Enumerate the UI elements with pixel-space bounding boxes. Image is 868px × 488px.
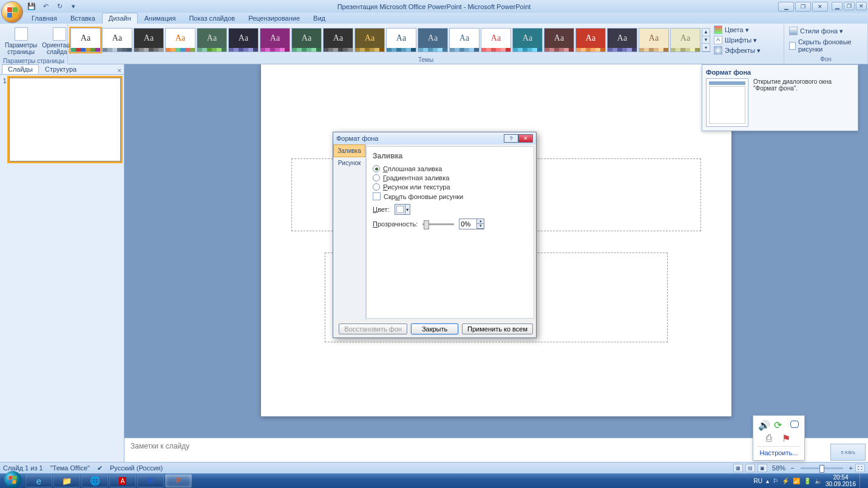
taskbar-adobe[interactable]: A bbox=[109, 474, 136, 487]
tray-network-icon[interactable]: 📶 bbox=[793, 478, 800, 484]
fill-color-button[interactable]: ▼ bbox=[395, 204, 410, 215]
tray-speaker-icon[interactable]: 🔈 bbox=[815, 478, 822, 484]
tray-power-icon[interactable]: ⚡ bbox=[782, 478, 789, 484]
tray-sync-icon[interactable]: ⟳ bbox=[774, 419, 784, 429]
taskbar-chrome[interactable]: 🌐 bbox=[81, 474, 108, 487]
tray-printer-icon[interactable]: ⎙ bbox=[766, 433, 776, 442]
close-button[interactable]: Закрыть bbox=[411, 324, 458, 334]
tray-battery-icon[interactable]: 🔋 bbox=[804, 478, 811, 484]
tab-design[interactable]: Дизайн bbox=[102, 13, 138, 24]
tray-lang[interactable]: RU bbox=[753, 478, 762, 484]
zoom-slider[interactable] bbox=[801, 467, 843, 469]
thumbnail-1[interactable]: 1 bbox=[3, 78, 121, 161]
tab-home[interactable]: Главная bbox=[25, 13, 64, 24]
dialog-cat-fill[interactable]: Заливка bbox=[333, 144, 365, 157]
redo-icon[interactable]: ↻ bbox=[55, 2, 64, 12]
theme-effects-button[interactable]: Эффекты ▾ bbox=[713, 46, 762, 55]
spellcheck-icon[interactable]: ✔ bbox=[97, 464, 103, 472]
theme-thumb-2[interactable]: Aa bbox=[102, 28, 132, 52]
restore-background-button[interactable]: Восстановить фон bbox=[339, 324, 407, 334]
theme-thumb-10[interactable]: Aa bbox=[354, 28, 385, 52]
transparency-slider[interactable] bbox=[422, 223, 454, 225]
tray-customize-link[interactable]: Настроить... bbox=[757, 446, 801, 456]
pane-close-icon[interactable]: × bbox=[118, 67, 121, 74]
background-styles-button[interactable]: Стили фона ▾ bbox=[788, 26, 844, 36]
spin-down-icon[interactable]: ▼ bbox=[477, 224, 484, 229]
save-icon[interactable]: 💾 bbox=[27, 2, 36, 12]
page-setup-button[interactable]: Параметры страницы bbox=[2, 25, 39, 56]
theme-thumb-12[interactable]: Aa bbox=[418, 28, 448, 52]
outer-close-button[interactable]: ✕ bbox=[856, 2, 867, 10]
undo-icon[interactable]: ↶ bbox=[41, 2, 50, 12]
tab-view[interactable]: Вид bbox=[307, 13, 332, 24]
radio-picture-fill[interactable]: Рисунок или текстура bbox=[373, 183, 527, 191]
theme-fonts-button[interactable]: AШрифты ▾ bbox=[713, 35, 762, 45]
start-button[interactable] bbox=[0, 473, 25, 488]
theme-thumb-13[interactable]: Aa bbox=[449, 28, 480, 52]
status-language[interactable]: Русский (Россия) bbox=[110, 464, 163, 472]
tray-shield-icon[interactable]: ⚑ bbox=[782, 433, 792, 442]
view-normal-button[interactable]: ▦ bbox=[733, 464, 743, 472]
app-close-button[interactable]: ✕ bbox=[812, 2, 828, 12]
outer-restore-button[interactable]: ❐ bbox=[844, 2, 855, 10]
tray-display-icon[interactable]: 🖵 bbox=[790, 419, 799, 429]
view-sorter-button[interactable]: ▤ bbox=[745, 464, 755, 472]
taskbar-word[interactable]: W bbox=[137, 474, 164, 487]
dialog-close-x-button[interactable]: ✕ bbox=[518, 134, 533, 143]
tray-volume-icon[interactable]: 🔊 bbox=[758, 419, 768, 429]
pane-tab-outline[interactable]: Структура bbox=[39, 64, 83, 74]
theme-thumb-11[interactable]: Aa bbox=[386, 28, 416, 52]
theme-thumb-1[interactable]: Aa bbox=[70, 28, 101, 52]
tray-overflow-icon[interactable]: ▴ bbox=[766, 478, 769, 484]
show-desktop-button[interactable] bbox=[860, 474, 864, 487]
taskbar-explorer[interactable]: 📁 bbox=[53, 474, 80, 487]
window-title: Презентация Microsoft Office PowerPoint … bbox=[337, 3, 531, 10]
theme-thumb-9[interactable]: Aa bbox=[323, 28, 353, 52]
apply-to-all-button[interactable]: Применить ко всем bbox=[462, 324, 533, 334]
theme-colors-button[interactable]: Цвета ▾ bbox=[713, 25, 762, 35]
zoom-percent[interactable]: 58% bbox=[772, 464, 785, 472]
view-slideshow-button[interactable]: ▣ bbox=[758, 464, 767, 472]
theme-thumb-7[interactable]: Aa bbox=[260, 28, 290, 52]
taskbar-ie[interactable]: e bbox=[25, 474, 52, 487]
theme-thumb-14[interactable]: Aa bbox=[481, 28, 511, 52]
theme-thumb-6[interactable]: Aa bbox=[228, 28, 259, 52]
radio-solid-fill[interactable]: Сплошная заливка bbox=[373, 165, 527, 172]
theme-thumb-5[interactable]: Aa bbox=[197, 28, 227, 52]
dialog-cat-picture[interactable]: Рисунок bbox=[333, 157, 365, 169]
outer-minimize-button[interactable]: ▁ bbox=[832, 2, 843, 10]
theme-thumb-20[interactable]: Aa bbox=[670, 28, 700, 52]
app-minimize-button[interactable]: ▁ bbox=[778, 2, 794, 12]
theme-thumb-16[interactable]: Aa bbox=[544, 28, 574, 52]
theme-thumb-15[interactable]: Aa bbox=[512, 28, 543, 52]
dialog-help-button[interactable]: ? bbox=[504, 134, 518, 143]
checkbox-hide-bg[interactable]: Скрыть фоновые рисунки bbox=[373, 192, 527, 200]
radio-gradient-fill[interactable]: Градиентная заливка bbox=[373, 174, 527, 181]
zoom-out-button[interactable]: − bbox=[790, 464, 794, 472]
dialog-titlebar[interactable]: Формат фона ? ✕ bbox=[333, 132, 536, 144]
spin-up-icon[interactable]: ▲ bbox=[477, 219, 484, 224]
theme-thumb-3[interactable]: Aa bbox=[134, 28, 164, 52]
theme-thumb-17[interactable]: Aa bbox=[575, 28, 606, 52]
tab-animation[interactable]: Анимация bbox=[138, 13, 183, 24]
tray-clock[interactable]: 20:54 30.09.2016 bbox=[826, 474, 856, 487]
theme-thumb-18[interactable]: Aa bbox=[607, 28, 637, 52]
tray-action-center-icon[interactable]: ⚐ bbox=[773, 478, 778, 484]
office-button[interactable] bbox=[1, 1, 23, 23]
zoom-in-button[interactable]: + bbox=[849, 464, 853, 472]
pane-tab-slides[interactable]: Слайды bbox=[2, 64, 39, 74]
theme-gallery-more[interactable]: ▲▼▾ bbox=[702, 28, 710, 52]
tab-slideshow[interactable]: Показ слайдов bbox=[182, 13, 242, 24]
qat-more-icon[interactable]: ▾ bbox=[69, 2, 78, 12]
fit-to-window-button[interactable]: ⛶ bbox=[855, 464, 865, 472]
tab-insert[interactable]: Вставка bbox=[64, 13, 102, 24]
theme-thumb-8[interactable]: Aa bbox=[291, 28, 322, 52]
hide-bg-graphics-checkbox[interactable]: Скрыть фоновые рисунки bbox=[788, 38, 864, 53]
theme-thumb-4[interactable]: Aa bbox=[165, 28, 195, 52]
app-restore-button[interactable]: ❐ bbox=[795, 2, 811, 12]
transparency-input[interactable] bbox=[459, 219, 476, 229]
taskbar-powerpoint[interactable]: P bbox=[165, 474, 192, 487]
transparency-spinner[interactable]: ▲▼ bbox=[459, 219, 484, 229]
tab-review[interactable]: Рецензирование bbox=[242, 13, 307, 24]
theme-thumb-19[interactable]: Aa bbox=[639, 28, 669, 52]
